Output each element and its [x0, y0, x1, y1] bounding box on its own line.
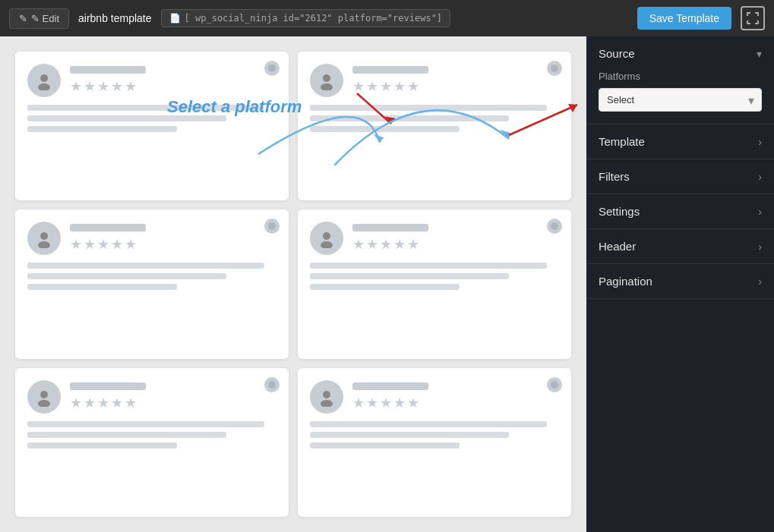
- template-section-header[interactable]: Template ›: [586, 124, 774, 159]
- svg-point-9: [551, 65, 558, 72]
- card-info: ★★★★★: [70, 224, 276, 253]
- platforms-select[interactable]: Select Google Facebook Airbnb Yelp TripA…: [599, 88, 762, 112]
- card-line: [27, 105, 264, 111]
- name-placeholder: [352, 382, 428, 390]
- filters-section: Filters ›: [586, 159, 774, 194]
- edit-label: ✎ Edit: [31, 13, 59, 24]
- avatar: [310, 380, 343, 414]
- card-info: ★★★★★: [70, 66, 276, 95]
- platforms-label: Platforms: [599, 71, 762, 82]
- star-rating: ★★★★★: [70, 236, 276, 253]
- star-rating: ★★★★★: [70, 78, 276, 95]
- name-placeholder: [70, 224, 146, 231]
- card-line: [27, 421, 264, 427]
- card-line: [27, 126, 177, 132]
- card-line: [310, 421, 547, 427]
- card-line: [310, 273, 509, 279]
- avatar: [27, 222, 61, 255]
- review-card: ★★★★★: [15, 52, 289, 200]
- svg-point-19: [40, 391, 48, 398]
- svg-point-16: [323, 232, 330, 240]
- review-card: ★★★★★: [15, 209, 289, 358]
- card-line: [27, 273, 226, 279]
- edit-button[interactable]: ✎ ✎ Edit: [9, 8, 69, 29]
- card-line: [310, 442, 460, 449]
- review-card: ★★★★★: [15, 368, 289, 517]
- save-template-button[interactable]: Save Template: [637, 7, 731, 30]
- star-rating: ★★★★★: [352, 395, 559, 411]
- shortcode-badge[interactable]: 📄 [ wp_social_ninja id="2612" platform="…: [161, 9, 451, 27]
- pagination-section: Pagination ›: [586, 264, 774, 299]
- chevron-right-icon: ›: [758, 275, 762, 288]
- card-info: ★★★★★: [352, 382, 559, 411]
- name-placeholder: [70, 382, 146, 390]
- file-icon: 📄: [169, 13, 181, 24]
- svg-point-21: [551, 381, 558, 389]
- topbar: ✎ ✎ Edit airbnb template 📄 [ wp_social_n…: [0, 0, 774, 36]
- chevron-right-icon: ›: [758, 241, 762, 253]
- chevron-right-icon: ›: [758, 171, 762, 183]
- platforms-select-wrapper: Select Google Facebook Airbnb Yelp TripA…: [599, 88, 762, 112]
- star-rating: ★★★★★: [352, 78, 559, 95]
- star-rating: ★★★★★: [352, 236, 559, 253]
- card-lines: [27, 105, 276, 132]
- review-card: ★★★★★: [298, 209, 571, 358]
- card-line: [310, 105, 547, 111]
- card-lines: [310, 105, 559, 132]
- right-sidebar: Source ▾ Platforms Select Google Faceboo…: [586, 36, 774, 532]
- settings-section: Settings ›: [586, 194, 774, 229]
- card-line: [310, 126, 460, 132]
- card-source-icon: [264, 377, 280, 392]
- svg-point-23: [321, 400, 333, 407]
- svg-point-17: [321, 241, 333, 248]
- settings-section-header[interactable]: Settings ›: [586, 194, 774, 228]
- edit-icon: ✎: [19, 13, 27, 24]
- avatar: [27, 380, 61, 414]
- settings-section-title: Settings: [599, 205, 640, 218]
- card-top: ★★★★★: [27, 380, 276, 414]
- chevron-right-icon: ›: [758, 206, 762, 218]
- main-layout: Select a platform: [0, 36, 774, 532]
- card-source-icon: [547, 61, 562, 76]
- template-section-title: Template: [599, 135, 645, 148]
- name-placeholder: [70, 66, 146, 74]
- review-card: ★★★★★: [298, 52, 571, 200]
- name-placeholder: [352, 224, 428, 231]
- card-top: ★★★★★: [310, 380, 559, 414]
- card-source-icon: [547, 219, 562, 234]
- svg-point-18: [268, 381, 276, 389]
- svg-point-15: [551, 222, 558, 230]
- card-source-icon: [264, 61, 280, 76]
- svg-point-20: [38, 400, 50, 407]
- pagination-section-title: Pagination: [599, 275, 652, 288]
- chevron-down-icon: ▾: [757, 48, 762, 60]
- card-info: ★★★★★: [352, 66, 559, 95]
- card-info: ★★★★★: [352, 224, 559, 253]
- card-line: [27, 442, 177, 449]
- svg-point-12: [268, 222, 276, 230]
- chevron-right-icon: ›: [758, 136, 762, 148]
- card-info: ★★★★★: [70, 382, 276, 411]
- header-section-header[interactable]: Header ›: [586, 229, 774, 263]
- card-line: [310, 284, 460, 290]
- card-line: [310, 115, 509, 121]
- svg-point-8: [38, 83, 50, 90]
- card-top: ★★★★★: [310, 222, 559, 255]
- card-lines: [310, 263, 559, 290]
- fullscreen-button[interactable]: [741, 6, 765, 30]
- avatar: [27, 64, 61, 97]
- pagination-section-header[interactable]: Pagination ›: [586, 264, 774, 298]
- card-lines: [310, 421, 559, 449]
- source-content: Platforms Select Google Facebook Airbnb …: [586, 71, 774, 124]
- card-line: [27, 115, 226, 121]
- header-section-title: Header: [599, 240, 636, 253]
- content-area: Select a platform: [0, 36, 586, 532]
- svg-point-6: [268, 65, 276, 72]
- card-line: [27, 284, 177, 290]
- name-placeholder: [352, 66, 428, 74]
- card-lines: [27, 421, 276, 449]
- card-line: [310, 263, 547, 269]
- source-section-header[interactable]: Source ▾: [586, 36, 774, 71]
- header-section: Header ›: [586, 229, 774, 264]
- filters-section-header[interactable]: Filters ›: [586, 159, 774, 194]
